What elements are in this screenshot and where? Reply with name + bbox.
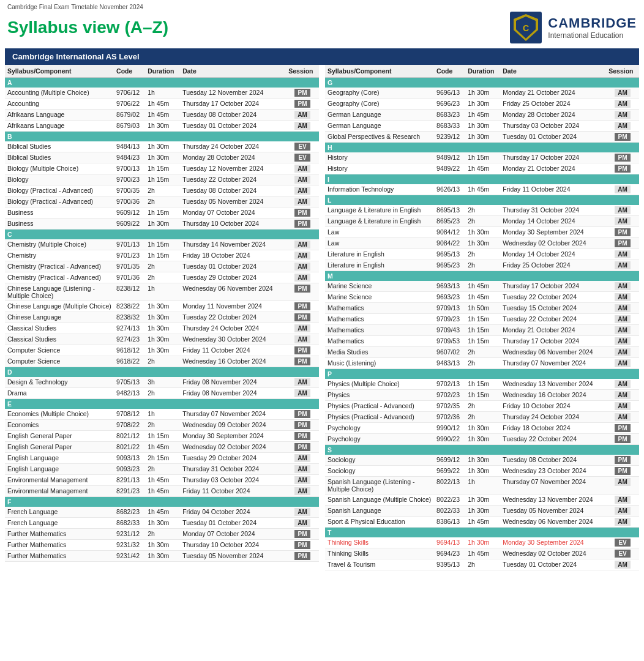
session-badge: AM (615, 315, 631, 323)
cell-code: 9489/12 (434, 152, 465, 163)
cell-date: Friday 11 October 2024 (500, 184, 606, 195)
cell-duration: 2h (145, 388, 180, 399)
cell-session: PM (286, 551, 319, 562)
cell-date: Friday 08 November 2024 (180, 388, 286, 399)
table-row: Physics9702/231h 15mWednesday 16 October… (325, 390, 639, 401)
cell-session: AM (606, 495, 639, 506)
session-badge: AM (615, 185, 631, 193)
cell-duration: 3h (145, 377, 180, 388)
cell-duration: 1h 30m (465, 455, 500, 466)
table-row: Psychology9990/121h 30mFriday 18 October… (325, 423, 639, 434)
cell-code: 9274/13 (114, 323, 145, 334)
session-badge: PM (294, 432, 310, 440)
cell-subject: Chemistry (Multiple Choice) (5, 239, 114, 250)
session-badge: AM (615, 518, 631, 526)
table-row: Further Mathematics9231/421h 30mTuesday … (5, 551, 319, 562)
cell-date: Tuesday 01 October 2024 (180, 121, 286, 132)
cell-duration: 1h 30m (465, 495, 500, 506)
table-row: Further Mathematics9231/122hMonday 07 Oc… (5, 529, 319, 540)
cell-duration: 1h 30m (145, 218, 180, 230)
cell-code: 9708/22 (114, 420, 145, 431)
table-row: Law9084/121h 30mMonday 30 September 2024… (325, 227, 639, 238)
cell-subject: Music (Listening) (325, 358, 434, 369)
cambridge-name: CAMBRIDGE (548, 15, 637, 31)
cell-subject: History (325, 152, 434, 163)
cell-code: 9990/12 (434, 423, 465, 434)
table-row: Business9609/221h 30mThursday 10 October… (5, 218, 319, 230)
cell-session: EV (606, 548, 639, 559)
cell-subject: Mathematics (325, 314, 434, 325)
cell-date: Monday 07 October 2024 (180, 529, 286, 540)
cell-duration: 1h 30m (145, 540, 180, 551)
cell-date: Wednesday 06 November 2024 (500, 517, 606, 528)
cell-subject: Literature in English (325, 260, 434, 271)
table-row: Spanish Language (Listening - Multiple C… (325, 477, 639, 495)
cell-date: Monday 28 October 2024 (500, 110, 606, 121)
cell-date: Monday 28 October 2024 (180, 152, 286, 163)
session-badge: AM (294, 487, 310, 495)
cell-session: PM (286, 88, 319, 99)
cell-session: AM (286, 239, 319, 250)
cell-duration: 1h 45m (465, 163, 500, 174)
cell-code: 9701/23 (114, 250, 145, 261)
section-header-row: P (325, 369, 639, 379)
cell-subject: German Language (325, 110, 434, 121)
col-header-code: Code (114, 65, 145, 78)
cell-duration: 1h 30m (145, 301, 180, 312)
table-row: Biology9700/231h 15mTuesday 22 October 2… (5, 174, 319, 185)
session-badge: EV (615, 539, 631, 547)
cell-date: Tuesday 01 October 2024 (180, 261, 286, 272)
cell-subject: Chinese Language (5, 312, 114, 323)
cell-subject: Biblical Studies (5, 141, 114, 152)
cell-date: Wednesday 30 October 2024 (180, 334, 286, 345)
cell-subject: Accounting (Multiple Choice) (5, 88, 114, 99)
cell-code: 8386/13 (434, 517, 465, 528)
table-row: Design & Technology9705/133hFriday 08 No… (5, 377, 319, 388)
session-badge: PM (615, 424, 631, 432)
session-badge: AM (294, 241, 310, 248)
cell-subject: Marine Science (325, 281, 434, 292)
cell-date: Thursday 31 October 2024 (500, 205, 606, 216)
cell-session: AM (606, 401, 639, 412)
session-badge: AM (615, 100, 631, 108)
section-header-row: G (325, 78, 639, 88)
cell-date: Wednesday 09 October 2024 (180, 420, 286, 431)
cell-subject: Language & Literature in English (325, 205, 434, 216)
cell-date: Tuesday 12 November 2024 (180, 88, 286, 99)
cell-code: 9694/13 (434, 537, 465, 548)
cell-date: Thursday 14 November 2024 (180, 239, 286, 250)
cell-subject: Environmental Management (5, 486, 114, 497)
cell-duration: 1h 30m (465, 99, 500, 110)
table-row: Information Technology9626/131h 45mFrida… (325, 184, 639, 195)
session-badge: AM (615, 282, 631, 290)
cell-code: 9694/23 (434, 548, 465, 559)
session-badge: PM (294, 100, 310, 108)
cell-duration: 1h 30m (145, 323, 180, 334)
cell-subject: Afrikaans Language (5, 110, 114, 121)
cell-session: AM (286, 110, 319, 121)
cell-code: 9693/23 (434, 292, 465, 303)
cell-duration: 1h 15m (145, 431, 180, 442)
cell-duration: 2h (145, 529, 180, 540)
cell-session: PM (606, 423, 639, 434)
cell-subject: Thinking Skills (325, 537, 434, 548)
col-header-date: Date (180, 65, 286, 78)
cell-session: PM (606, 152, 639, 163)
cell-date: Thursday 17 October 2024 (500, 336, 606, 347)
cell-date: Thursday 07 November 2024 (500, 477, 606, 495)
cell-code: 8021/12 (114, 431, 145, 442)
left-table-col: Syllabus/Component Code Duration Date Se… (5, 65, 319, 570)
cell-code: 9706/22 (114, 99, 145, 110)
cell-session: AM (606, 517, 639, 528)
session-badge: AM (294, 122, 310, 130)
cell-code: 9695/13 (434, 249, 465, 260)
cell-session: AM (286, 388, 319, 399)
session-badge: AM (294, 252, 310, 260)
cell-date: Wednesday 13 November 2024 (500, 495, 606, 506)
cell-session: PM (286, 345, 319, 356)
cell-subject: English Language (5, 453, 114, 464)
table-row: English General Paper8021/221h 45mWednes… (5, 442, 319, 453)
session-badge: AM (294, 508, 310, 516)
table-row: Economics9708/222hWednesday 09 October 2… (5, 420, 319, 431)
cell-code: 9483/13 (434, 358, 465, 369)
